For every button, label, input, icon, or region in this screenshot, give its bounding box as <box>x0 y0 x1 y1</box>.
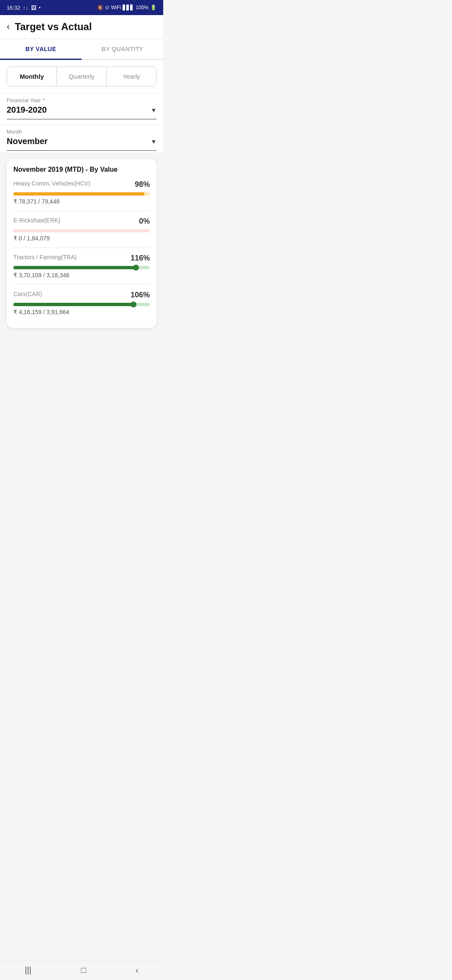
progress-bar-bg <box>13 266 150 269</box>
list-item: Heavy Comm. Vehicles(HCV) 98% ₹ 78,371 /… <box>13 180 150 211</box>
main-tabs: BY VALUE BY QUANTITY <box>0 39 163 60</box>
signal-icon: ▋▋▋ <box>123 5 134 10</box>
progress-dot <box>131 302 136 307</box>
tab-by-quantity[interactable]: BY QUANTITY <box>82 39 163 59</box>
list-item: E-Rickshaw(ERK) 0% ₹ 0 / 1,84,079 <box>13 211 150 248</box>
status-left: 16:32 ↑↓ 🖼 • <box>7 5 41 11</box>
mute-icon: 🔇 <box>97 5 103 10</box>
item-values: ₹ 3,70,109 / 3,18,348 <box>13 272 150 279</box>
period-selector: Monthly Quarterly Yearly <box>0 60 163 93</box>
status-bar: 16:32 ↑↓ 🖼 • 🔇 ⊙ WiFi ▋▋▋ 100% 🔋 <box>0 0 163 15</box>
financial-year-section: Financial Year * 2019-2020 ▼ <box>0 94 163 121</box>
card-title: November 2019 (MTD) - By Value <box>13 166 150 173</box>
progress-bar-bg <box>13 192 150 196</box>
period-btn-yearly[interactable]: Yearly <box>107 67 156 86</box>
month-section: Month November ▼ <box>0 125 163 152</box>
item-values: ₹ 0 / 1,84,079 <box>13 235 150 242</box>
progress-bar-fill <box>13 266 136 269</box>
financial-year-label: Financial Year * <box>7 97 157 103</box>
financial-year-dropdown[interactable]: 2019-2020 ▼ <box>7 105 157 119</box>
item-name: E-Rickshaw(ERK) <box>13 217 60 224</box>
month-value: November <box>7 137 48 146</box>
list-item: Cars(CAR) 106% ₹ 4,16,159 / 3,91,664 <box>13 284 150 321</box>
header: ‹ Target vs Actual <box>0 15 163 39</box>
item-name: Cars(CAR) <box>13 291 42 297</box>
time: 16:32 <box>7 5 21 11</box>
financial-year-value: 2019-2020 <box>7 105 47 115</box>
item-percent: 0% <box>127 217 150 226</box>
item-percent: 116% <box>127 254 150 263</box>
period-buttons: Monthly Quarterly Yearly <box>7 67 157 86</box>
page-title: Target vs Actual <box>15 21 92 33</box>
location-dot: • <box>39 5 41 11</box>
status-right: 🔇 ⊙ WiFi ▋▋▋ 100% 🔋 <box>97 5 157 10</box>
items-container: Heavy Comm. Vehicles(HCV) 98% ₹ 78,371 /… <box>13 180 150 321</box>
wifi-icon: WiFi <box>111 5 121 10</box>
tab-by-value[interactable]: BY VALUE <box>0 39 82 59</box>
item-name: Heavy Comm. Vehicles(HCV) <box>13 180 90 187</box>
financial-year-arrow-icon: ▼ <box>151 107 157 113</box>
item-values: ₹ 78,371 / 79,448 <box>13 198 150 205</box>
item-percent: 106% <box>127 291 150 299</box>
item-percent: 98% <box>127 180 150 189</box>
progress-bar-bg <box>13 303 150 306</box>
battery-icon: 🔋 <box>150 5 157 10</box>
data-card: November 2019 (MTD) - By Value Heavy Com… <box>7 159 157 328</box>
month-label: Month <box>7 129 157 135</box>
progress-bar-bg <box>13 229 150 232</box>
progress-bar-fill <box>13 303 134 306</box>
progress-bar-fill <box>13 192 144 196</box>
gps-icon: ⊙ <box>105 5 109 10</box>
battery-level: 100% <box>136 5 149 10</box>
item-name: Tractors / Farming(TRA) <box>13 254 77 260</box>
back-button[interactable]: ‹ <box>7 21 10 32</box>
month-arrow-icon: ▼ <box>151 138 157 145</box>
sync-icon: ↑↓ <box>23 5 28 11</box>
period-btn-quarterly[interactable]: Quarterly <box>57 67 107 86</box>
list-item: Tractors / Farming(TRA) 116% ₹ 3,70,109 … <box>13 248 150 284</box>
month-dropdown[interactable]: November ▼ <box>7 137 157 151</box>
progress-dot <box>133 265 139 271</box>
photo-icon: 🖼 <box>31 5 36 11</box>
period-btn-monthly[interactable]: Monthly <box>7 67 57 86</box>
item-values: ₹ 4,16,159 / 3,91,664 <box>13 309 150 315</box>
